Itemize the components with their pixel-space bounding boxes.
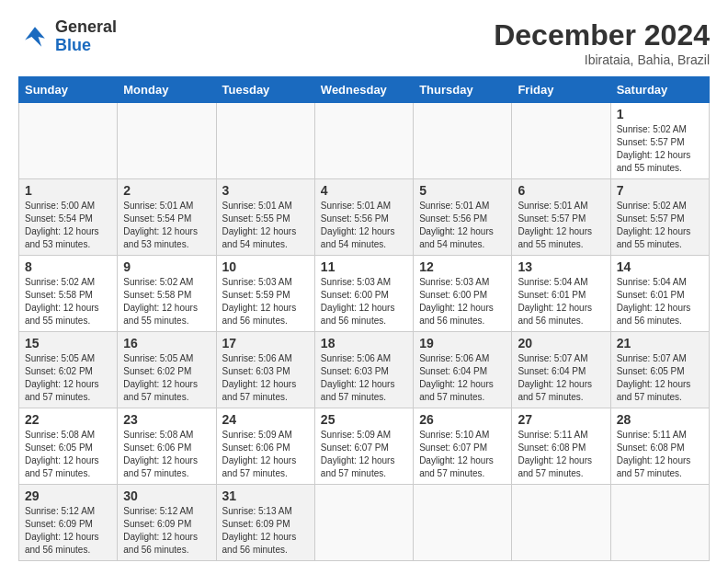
day-info: Sunrise: 5:11 AMSunset: 6:08 PMDaylight:… (617, 429, 703, 480)
column-header-saturday: Saturday (610, 77, 709, 103)
day-info: Sunrise: 5:01 AMSunset: 5:56 PMDaylight:… (419, 200, 506, 251)
calendar-cell: 21Sunrise: 5:07 AMSunset: 6:05 PMDayligh… (610, 332, 709, 408)
day-number: 3 (222, 183, 309, 198)
day-info: Sunrise: 5:04 AMSunset: 6:01 PMDaylight:… (617, 276, 703, 327)
day-number: 12 (419, 259, 506, 274)
day-number: 1 (617, 107, 703, 121)
calendar-cell (118, 103, 216, 179)
calendar-cell: 11Sunrise: 5:03 AMSunset: 6:00 PMDayligh… (314, 256, 413, 332)
calendar-cell: 15Sunrise: 5:05 AMSunset: 6:02 PMDayligh… (19, 332, 118, 408)
calendar-week-row: 15Sunrise: 5:05 AMSunset: 6:02 PMDayligh… (19, 332, 710, 408)
day-info: Sunrise: 5:11 AMSunset: 6:08 PMDaylight:… (518, 429, 604, 480)
day-info: Sunrise: 5:08 AMSunset: 6:05 PMDaylight:… (25, 429, 111, 480)
calendar-cell (19, 103, 118, 179)
calendar-cell: 7Sunrise: 5:02 AMSunset: 5:57 PMDaylight… (610, 179, 709, 256)
calendar-cell: 14Sunrise: 5:04 AMSunset: 6:01 PMDayligh… (610, 256, 709, 332)
day-number: 29 (25, 488, 111, 503)
calendar-week-row: 29Sunrise: 5:12 AMSunset: 6:09 PMDayligh… (19, 485, 710, 561)
day-info: Sunrise: 5:02 AMSunset: 5:58 PMDaylight:… (25, 276, 111, 327)
day-info: Sunrise: 5:08 AMSunset: 6:06 PMDaylight:… (123, 429, 210, 480)
day-number: 24 (222, 412, 309, 427)
day-number: 16 (123, 336, 210, 350)
day-number: 25 (321, 412, 407, 427)
location: Ibirataia, Bahia, Brazil (494, 52, 710, 67)
calendar-cell: 26Sunrise: 5:10 AMSunset: 6:07 PMDayligh… (414, 408, 512, 485)
calendar-cell: 24Sunrise: 5:09 AMSunset: 6:06 PMDayligh… (216, 408, 314, 485)
day-number: 7 (617, 183, 703, 198)
day-info: Sunrise: 5:02 AMSunset: 5:57 PMDaylight:… (617, 200, 703, 251)
day-info: Sunrise: 5:03 AMSunset: 6:00 PMDaylight:… (321, 276, 407, 327)
calendar-cell: 31Sunrise: 5:13 AMSunset: 6:09 PMDayligh… (216, 485, 314, 561)
day-number: 9 (123, 259, 210, 274)
day-info: Sunrise: 5:01 AMSunset: 5:55 PMDaylight:… (222, 200, 309, 251)
day-info: Sunrise: 5:10 AMSunset: 6:07 PMDaylight:… (419, 429, 506, 480)
logo: General Blue (18, 18, 117, 55)
day-number: 27 (518, 412, 604, 427)
calendar-cell: 9Sunrise: 5:02 AMSunset: 5:58 PMDaylight… (118, 256, 216, 332)
calendar-cell: 8Sunrise: 5:02 AMSunset: 5:58 PMDaylight… (19, 256, 118, 332)
day-number: 26 (419, 412, 506, 427)
svg-marker-0 (25, 27, 45, 47)
calendar-cell: 29Sunrise: 5:12 AMSunset: 6:09 PMDayligh… (19, 485, 118, 561)
day-number: 10 (222, 259, 309, 274)
day-info: Sunrise: 5:05 AMSunset: 6:02 PMDaylight:… (123, 352, 210, 404)
day-info: Sunrise: 5:12 AMSunset: 6:09 PMDaylight:… (25, 505, 111, 557)
day-info: Sunrise: 5:06 AMSunset: 6:04 PMDaylight:… (419, 352, 506, 404)
day-number: 22 (25, 412, 111, 427)
calendar-cell: 25Sunrise: 5:09 AMSunset: 6:07 PMDayligh… (314, 408, 413, 485)
day-number: 11 (321, 259, 407, 274)
calendar-cell: 27Sunrise: 5:11 AMSunset: 6:08 PMDayligh… (512, 408, 610, 485)
day-info: Sunrise: 5:01 AMSunset: 5:54 PMDaylight:… (123, 200, 210, 251)
calendar-cell: 4Sunrise: 5:01 AMSunset: 5:56 PMDaylight… (314, 179, 413, 256)
calendar-cell: 18Sunrise: 5:06 AMSunset: 6:03 PMDayligh… (314, 332, 413, 408)
day-number: 30 (123, 488, 210, 503)
calendar-cell: 1Sunrise: 5:00 AMSunset: 5:54 PMDaylight… (19, 179, 118, 256)
day-info: Sunrise: 5:05 AMSunset: 6:02 PMDaylight:… (25, 352, 111, 404)
day-info: Sunrise: 5:13 AMSunset: 6:09 PMDaylight:… (222, 505, 309, 557)
column-header-monday: Monday (118, 77, 216, 103)
calendar-week-row: 1Sunrise: 5:02 AMSunset: 5:57 PMDaylight… (19, 103, 710, 179)
calendar-cell: 19Sunrise: 5:06 AMSunset: 6:04 PMDayligh… (414, 332, 512, 408)
calendar-cell: 10Sunrise: 5:03 AMSunset: 5:59 PMDayligh… (216, 256, 314, 332)
day-number: 14 (617, 259, 703, 274)
calendar-cell: 30Sunrise: 5:12 AMSunset: 6:09 PMDayligh… (118, 485, 216, 561)
calendar-week-row: 1Sunrise: 5:00 AMSunset: 5:54 PMDaylight… (19, 179, 710, 256)
calendar-cell: 3Sunrise: 5:01 AMSunset: 5:55 PMDaylight… (216, 179, 314, 256)
column-header-thursday: Thursday (414, 77, 512, 103)
calendar-cell (512, 103, 610, 179)
day-number: 18 (321, 336, 407, 350)
day-number: 8 (25, 259, 111, 274)
day-info: Sunrise: 5:01 AMSunset: 5:56 PMDaylight:… (321, 200, 407, 251)
column-header-wednesday: Wednesday (314, 77, 413, 103)
logo-icon (18, 20, 51, 53)
calendar-cell: 2Sunrise: 5:01 AMSunset: 5:54 PMDaylight… (118, 179, 216, 256)
column-header-friday: Friday (512, 77, 610, 103)
calendar-cell: 17Sunrise: 5:06 AMSunset: 6:03 PMDayligh… (216, 332, 314, 408)
calendar-cell: 5Sunrise: 5:01 AMSunset: 5:56 PMDaylight… (414, 179, 512, 256)
calendar-cell (610, 485, 709, 561)
day-info: Sunrise: 5:07 AMSunset: 6:04 PMDaylight:… (518, 352, 604, 404)
calendar-cell: 6Sunrise: 5:01 AMSunset: 5:57 PMDaylight… (512, 179, 610, 256)
day-info: Sunrise: 5:06 AMSunset: 6:03 PMDaylight:… (321, 352, 407, 404)
day-info: Sunrise: 5:03 AMSunset: 5:59 PMDaylight:… (222, 276, 309, 327)
calendar-cell: 13Sunrise: 5:04 AMSunset: 6:01 PMDayligh… (512, 256, 610, 332)
logo-text: General Blue (55, 18, 117, 55)
day-number: 13 (518, 259, 604, 274)
calendar-cell (414, 103, 512, 179)
day-number: 28 (617, 412, 703, 427)
calendar-cell (414, 485, 512, 561)
calendar-cell (216, 103, 314, 179)
day-number: 6 (518, 183, 604, 198)
column-header-tuesday: Tuesday (216, 77, 314, 103)
day-info: Sunrise: 5:03 AMSunset: 6:00 PMDaylight:… (419, 276, 506, 327)
day-number: 15 (25, 336, 111, 350)
day-number: 17 (222, 336, 309, 350)
day-number: 2 (123, 183, 210, 198)
calendar-header-row: SundayMondayTuesdayWednesdayThursdayFrid… (19, 77, 710, 103)
day-number: 23 (123, 412, 210, 427)
day-number: 5 (419, 183, 506, 198)
day-number: 31 (222, 488, 309, 503)
day-info: Sunrise: 5:01 AMSunset: 5:57 PMDaylight:… (518, 200, 604, 251)
calendar-cell (314, 485, 413, 561)
calendar-cell: 22Sunrise: 5:08 AMSunset: 6:05 PMDayligh… (19, 408, 118, 485)
